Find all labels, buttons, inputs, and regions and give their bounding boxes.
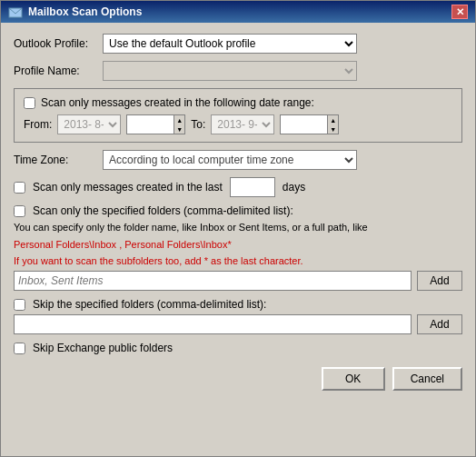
scan-folders-info3: If you want to scan the subfolders too, … xyxy=(14,254,462,267)
from-time-spinner: ▲ ▼ xyxy=(174,114,185,134)
date-range-check-row: Scan only messages created in the follow… xyxy=(24,96,452,109)
mailbox-icon xyxy=(8,5,23,19)
timezone-row: Time Zone: According to local computer t… xyxy=(14,150,462,170)
skip-folders-add-button[interactable]: Add xyxy=(417,314,462,334)
from-date-group: 2013- 8- 1 xyxy=(57,114,121,134)
skip-exchange-row: Skip Exchange public folders xyxy=(14,342,462,354)
date-inputs-row: From: 2013- 8- 1 0:00:00 ▲ ▼ To: 2 xyxy=(24,114,452,134)
skip-exchange-checkbox[interactable] xyxy=(14,343,25,354)
from-label: From: xyxy=(24,118,52,131)
to-time-group: 0:00:00 ▲ ▼ xyxy=(280,114,339,134)
scan-folders-info1: You can specify only the folder name, li… xyxy=(14,221,462,234)
scan-folders-input[interactable] xyxy=(14,271,412,291)
outlook-profile-label: Outlook Profile: xyxy=(14,37,95,50)
scan-folders-checkbox[interactable] xyxy=(14,205,25,217)
titlebar: Mailbox Scan Options ✕ xyxy=(1,1,475,23)
scan-folders-add-button[interactable]: Add xyxy=(417,271,462,291)
date-range-section: Scan only messages created in the follow… xyxy=(14,88,462,143)
to-time-input[interactable]: 0:00:00 xyxy=(280,114,327,134)
date-range-checkbox[interactable] xyxy=(24,97,35,109)
to-date-group: 2013- 9- 1 xyxy=(211,114,274,134)
date-range-checkbox-label[interactable]: Scan only messages created in the follow… xyxy=(41,96,314,109)
last-days-row: Scan only messages created in the last 3… xyxy=(14,177,462,197)
skip-folders-label[interactable]: Skip the specified folders (comma-delimi… xyxy=(33,298,266,311)
last-days-label[interactable]: Scan only messages created in the last xyxy=(33,181,223,194)
titlebar-left: Mailbox Scan Options xyxy=(8,5,142,19)
close-button[interactable]: ✕ xyxy=(451,5,468,19)
skip-folders-input[interactable] xyxy=(14,314,412,334)
scan-folders-input-row: Add xyxy=(14,271,462,291)
bottom-section: Skip Exchange public folders OK Cancel xyxy=(14,342,462,391)
scan-folders-section: Scan only the specified folders (comma-d… xyxy=(14,204,462,291)
last-days-checkbox[interactable] xyxy=(14,182,25,194)
from-time-down[interactable]: ▼ xyxy=(174,124,184,134)
main-window: Mailbox Scan Options ✕ Outlook Profile: … xyxy=(0,0,476,457)
timezone-select[interactable]: According to local computer time zone xyxy=(103,150,357,170)
from-time-input[interactable]: 0:00:00 xyxy=(126,114,174,134)
profile-name-row: Profile Name: xyxy=(14,61,462,81)
outlook-profile-row: Outlook Profile: Use the default Outlook… xyxy=(14,34,462,54)
window-title: Mailbox Scan Options xyxy=(28,5,142,18)
scan-folders-label[interactable]: Scan only the specified folders (comma-d… xyxy=(33,204,293,217)
cancel-button[interactable]: Cancel xyxy=(392,367,462,391)
scan-folders-check-row: Scan only the specified folders (comma-d… xyxy=(14,204,462,217)
from-time-up[interactable]: ▲ xyxy=(174,115,184,124)
from-time-group: 0:00:00 ▲ ▼ xyxy=(126,114,185,134)
to-time-down[interactable]: ▼ xyxy=(328,124,338,134)
skip-folders-check-row: Skip the specified folders (comma-delimi… xyxy=(14,298,462,311)
profile-name-select[interactable] xyxy=(103,61,357,81)
days-suffix: days xyxy=(283,181,305,194)
to-label: To: xyxy=(191,118,205,131)
ok-button[interactable]: OK xyxy=(322,367,385,391)
scan-folders-info2: Personal Folders\Inbox , Personal Folder… xyxy=(14,238,462,251)
button-row: OK Cancel xyxy=(14,363,462,391)
content-area: Outlook Profile: Use the default Outlook… xyxy=(1,23,475,456)
from-date-select[interactable]: 2013- 8- 1 xyxy=(57,114,121,134)
skip-exchange-label[interactable]: Skip Exchange public folders xyxy=(33,342,173,354)
outlook-profile-select[interactable]: Use the default Outlook profile xyxy=(103,34,357,54)
days-input[interactable]: 30 xyxy=(230,177,275,197)
skip-folders-input-row: Add xyxy=(14,314,462,334)
profile-name-label: Profile Name: xyxy=(14,65,95,77)
timezone-label: Time Zone: xyxy=(14,154,95,166)
to-date-select[interactable]: 2013- 9- 1 xyxy=(211,114,274,134)
skip-folders-checkbox[interactable] xyxy=(14,299,25,311)
skip-folders-section: Skip the specified folders (comma-delimi… xyxy=(14,298,462,334)
to-time-up[interactable]: ▲ xyxy=(328,115,338,124)
to-time-spinner: ▲ ▼ xyxy=(327,114,339,134)
